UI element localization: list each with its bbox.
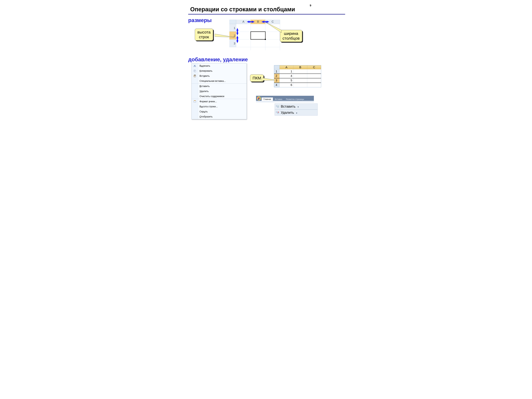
svg-marker-29: [236, 40, 239, 43]
context-menu-label: Скрыть: [198, 110, 208, 113]
cell[interactable]: [293, 74, 307, 78]
row-header[interactable]: 2: [274, 74, 279, 78]
cell[interactable]: 5: [279, 78, 293, 83]
copy-icon: [192, 68, 198, 73]
context-menu-label: Копировать: [198, 70, 212, 72]
subheading-add-delete: добавление, удаление: [188, 57, 248, 63]
context-menu-item[interactable]: Вставить: [192, 83, 247, 89]
dropdown-caret-icon[interactable]: ▼: [296, 112, 298, 114]
insert-cells-icon: +: [276, 105, 279, 108]
ribbon-insert-label: Вставить: [281, 104, 295, 108]
cell[interactable]: [293, 78, 307, 83]
cell[interactable]: [307, 83, 321, 87]
page-number: 9: [310, 4, 311, 7]
paste-icon: [192, 73, 198, 78]
row-header[interactable]: 3: [274, 78, 279, 83]
ribbon-delete-button[interactable]: Удалить ▼: [275, 110, 318, 116]
svg-rect-50: [278, 113, 279, 114]
grid-corner[interactable]: [274, 65, 279, 69]
svg-rect-38: [194, 76, 196, 77]
context-menu-item[interactable]: Высота строки...: [192, 104, 247, 109]
col-header[interactable]: B: [293, 65, 307, 69]
cell[interactable]: [293, 69, 307, 74]
col-header[interactable]: A: [279, 65, 293, 69]
blank-icon: [192, 94, 198, 99]
svg-rect-0: [229, 20, 236, 24]
blank-icon: [192, 89, 198, 94]
dropdown-caret-icon[interactable]: ▼: [297, 106, 299, 108]
format-icon: [192, 99, 198, 104]
svg-rect-25: [237, 31, 238, 33]
context-menu-item[interactable]: Вырезать: [192, 63, 247, 68]
context-menu-item[interactable]: Удалить: [192, 89, 247, 94]
delete-cells-icon: [276, 111, 279, 114]
svg-rect-17: [265, 39, 266, 40]
svg-text:1: 1: [234, 26, 235, 30]
context-menu-item[interactable]: Копировать: [192, 68, 247, 73]
context-menu-item[interactable]: Специальная вставка...: [192, 78, 247, 83]
context-menu-label: Очистить содержимое: [198, 95, 224, 98]
page-title: Операции со строками и столбцами: [190, 6, 295, 13]
blank-icon: [192, 114, 198, 119]
context-menu-label: Формат ячеек...: [198, 100, 217, 103]
svg-marker-30: [215, 34, 235, 37]
context-menu-item[interactable]: Скрыть: [192, 109, 247, 114]
context-menu[interactable]: ВырезатьКопироватьВставитьСпециальная вс…: [191, 63, 247, 119]
cell[interactable]: 1: [279, 69, 293, 74]
svg-rect-16: [251, 32, 265, 39]
cell[interactable]: 4: [279, 74, 293, 78]
ribbon-tabs[interactable]: ГлавнаяВставкаРазметка страницы: [256, 96, 314, 102]
ribbon-insert-button[interactable]: + Вставить ▼: [275, 103, 318, 109]
svg-marker-31: [266, 22, 281, 33]
context-menu-label: Вставить: [198, 85, 210, 88]
cell[interactable]: [307, 74, 321, 78]
context-menu-label: Специальная вставка...: [198, 80, 226, 82]
context-menu-label: Удалить: [198, 90, 209, 93]
svg-text:3: 3: [234, 42, 235, 45]
svg-rect-46: [276, 106, 278, 107]
title-underline: [188, 14, 345, 14]
cell[interactable]: 6: [279, 83, 293, 87]
col-header[interactable]: C: [307, 65, 321, 69]
callout-col-width-pointer: [266, 22, 283, 34]
context-menu-item[interactable]: Формат ячеек...: [192, 99, 247, 104]
callout-row-height-pointer: [215, 32, 236, 41]
cell[interactable]: [307, 78, 321, 83]
svg-rect-28: [237, 38, 238, 40]
context-menu-item[interactable]: Отобразить: [192, 114, 247, 119]
ribbon-tab[interactable]: Главная: [262, 97, 273, 101]
blank-icon: [192, 109, 198, 114]
ribbon-tab[interactable]: Вставка: [273, 97, 284, 101]
col-header-B: B: [257, 20, 259, 23]
svg-rect-42: [258, 97, 259, 99]
svg-rect-35: [194, 70, 196, 72]
subheading-sizes: размеры: [188, 17, 212, 23]
svg-marker-26: [236, 33, 239, 35]
cell[interactable]: [293, 83, 307, 87]
svg-rect-19: [249, 21, 252, 22]
row-header[interactable]: 1: [274, 69, 279, 74]
svg-rect-45: [259, 99, 260, 100]
svg-text:+: +: [278, 105, 279, 107]
data-grid[interactable]: ABC11243546: [274, 65, 321, 87]
svg-marker-24: [236, 28, 239, 31]
col-header-A: A: [242, 20, 244, 23]
svg-rect-47: [278, 107, 279, 108]
context-menu-item[interactable]: Вставить: [192, 73, 247, 78]
svg-marker-27: [236, 36, 239, 38]
office-button-icon[interactable]: [257, 96, 261, 101]
row-resize-arrows-icon: [236, 28, 239, 43]
context-menu-label: Отобразить: [198, 115, 213, 118]
context-menu-item[interactable]: Очистить содержимое: [192, 94, 247, 99]
callout-row-height: высота строк: [195, 29, 213, 41]
svg-rect-44: [258, 99, 259, 100]
blank-icon: [192, 84, 198, 89]
ribbon-tab[interactable]: Разметка страницы: [284, 97, 306, 101]
row-header[interactable]: 4: [274, 83, 279, 87]
ribbon-delete-label: Удалить: [281, 111, 294, 114]
svg-rect-49: [276, 112, 278, 113]
cell[interactable]: [307, 69, 321, 74]
context-menu-label: Вставить: [198, 75, 210, 77]
svg-point-33: [195, 66, 196, 67]
blank-icon: [192, 78, 198, 83]
